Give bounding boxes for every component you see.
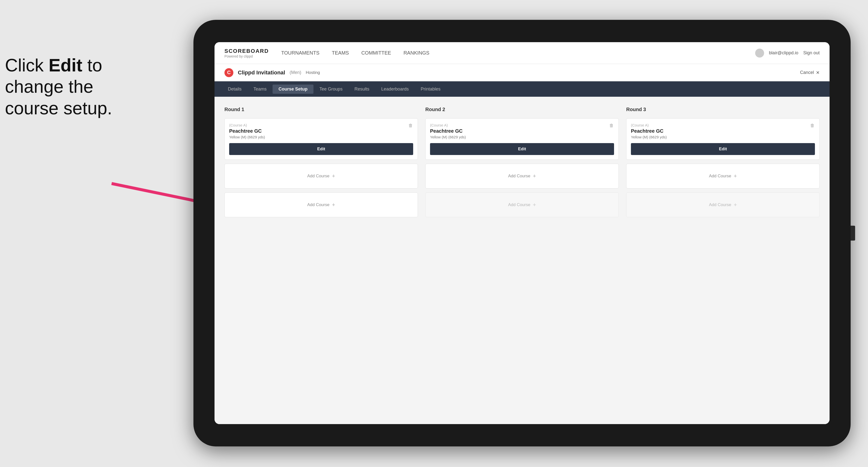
tablet-frame: SCOREBOARD Powered by clippd TOURNAMENTS… xyxy=(193,20,850,446)
plus-icon: + xyxy=(332,173,335,179)
nav-teams[interactable]: TEAMS xyxy=(332,50,349,56)
tab-bar: Details Teams Course Setup Tee Groups Re… xyxy=(215,81,830,97)
course-2-1-label: (Course A) xyxy=(430,123,614,127)
plus-icon: + xyxy=(734,201,737,208)
hosting-badge: Hosting xyxy=(306,70,320,75)
course-3-1-label: (Course A) xyxy=(631,123,815,127)
edit-course-3-1-button[interactable]: Edit xyxy=(631,143,815,155)
logo-area: SCOREBOARD Powered by clippd xyxy=(224,48,269,58)
edit-keyword: Edit xyxy=(49,55,82,75)
edit-course-2-1-button[interactable]: Edit xyxy=(430,143,614,155)
add-course-2-3-card: Add Course + xyxy=(425,192,619,217)
logo-sub: Powered by clippd xyxy=(224,54,269,58)
plus-icon: + xyxy=(734,173,737,179)
add-course-1-2-card[interactable]: Add Course + xyxy=(224,164,418,188)
tab-tee-groups[interactable]: Tee Groups xyxy=(313,85,348,94)
rounds-container: Round 1 (Course A) Peachtree GC Yellow (… xyxy=(224,107,819,217)
round-3-title: Round 3 xyxy=(626,107,819,112)
tournament-gender: (Men) xyxy=(290,70,301,75)
tab-leaderboards[interactable]: Leaderboards xyxy=(375,85,415,94)
add-course-1-3-text: Add Course + xyxy=(307,201,335,208)
app-logo: SCOREBOARD xyxy=(224,48,269,54)
tab-printables[interactable]: Printables xyxy=(415,85,446,94)
round-1-title: Round 1 xyxy=(224,107,418,112)
plus-icon: + xyxy=(332,201,335,208)
cancel-button[interactable]: Cancel ✕ xyxy=(800,70,819,75)
add-course-3-3-text: Add Course + xyxy=(709,201,737,208)
nav-rankings[interactable]: RANKINGS xyxy=(403,50,429,56)
edit-course-1-1-button[interactable]: Edit xyxy=(229,143,413,155)
tablet-screen: SCOREBOARD Powered by clippd TOURNAMENTS… xyxy=(215,42,830,424)
delete-course-2-1-icon[interactable]: 🗑 xyxy=(608,122,615,129)
round-3-column: Round 3 (Course A) Peachtree GC Yellow (… xyxy=(626,107,819,217)
course-3-1-details: Yellow (M) (6629 yds) xyxy=(631,135,815,139)
add-course-2-2-card[interactable]: Add Course + xyxy=(425,164,619,188)
nav-committee[interactable]: COMMITTEE xyxy=(361,50,391,56)
top-nav: SCOREBOARD Powered by clippd TOURNAMENTS… xyxy=(215,42,830,64)
tournament-name: Clippd Invitational xyxy=(238,69,285,76)
add-course-3-2-text: Add Course + xyxy=(709,173,737,179)
sub-header: C Clippd Invitational (Men) Hosting Canc… xyxy=(215,64,830,81)
tab-details[interactable]: Details xyxy=(222,85,248,94)
course-1-1-name: Peachtree GC xyxy=(229,128,413,134)
add-course-2-2-text: Add Course + xyxy=(508,173,536,179)
sign-out-link[interactable]: Sign out xyxy=(803,50,819,56)
round-3-course-card: (Course A) Peachtree GC Yellow (M) (6629… xyxy=(626,118,819,160)
main-content: Round 1 (Course A) Peachtree GC Yellow (… xyxy=(215,97,830,424)
round-1-course-card: (Course A) Peachtree GC Yellow (M) (6629… xyxy=(224,118,418,160)
add-course-3-2-card[interactable]: Add Course + xyxy=(626,164,819,188)
round-2-course-card: (Course A) Peachtree GC Yellow (M) (6629… xyxy=(425,118,619,160)
tab-course-setup[interactable]: Course Setup xyxy=(273,85,313,94)
delete-course-1-1-icon[interactable]: 🗑 xyxy=(407,122,414,129)
course-2-1-details: Yellow (M) (6629 yds) xyxy=(430,135,614,139)
tab-results[interactable]: Results xyxy=(348,85,375,94)
course-3-1-name: Peachtree GC xyxy=(631,128,815,134)
course-2-1-name: Peachtree GC xyxy=(430,128,614,134)
course-1-1-label: (Course A) xyxy=(229,123,413,127)
brand-icon: C xyxy=(224,68,234,77)
instruction-text: Click Edit to change the course setup. xyxy=(5,55,144,119)
nav-tournaments[interactable]: TOURNAMENTS xyxy=(281,50,319,56)
close-icon: ✕ xyxy=(816,70,819,75)
nav-links: TOURNAMENTS TEAMS COMMITTEE RANKINGS xyxy=(281,50,755,56)
course-1-1-details: Yellow (M) (6629 yds) xyxy=(229,135,413,139)
user-avatar xyxy=(755,49,764,58)
tablet-power-button xyxy=(850,226,855,241)
add-course-1-2-text: Add Course + xyxy=(307,173,335,179)
nav-user: blair@clippd.io Sign out xyxy=(755,49,819,58)
plus-icon: + xyxy=(533,201,536,208)
add-course-3-3-card: Add Course + xyxy=(626,192,819,217)
plus-icon: + xyxy=(533,173,536,179)
add-course-2-3-text: Add Course + xyxy=(508,201,536,208)
delete-course-3-1-icon[interactable]: 🗑 xyxy=(809,122,816,129)
tab-teams[interactable]: Teams xyxy=(248,85,273,94)
round-2-title: Round 2 xyxy=(425,107,619,112)
round-1-column: Round 1 (Course A) Peachtree GC Yellow (… xyxy=(224,107,418,217)
user-email: blair@clippd.io xyxy=(769,50,798,56)
add-course-1-3-card[interactable]: Add Course + xyxy=(224,192,418,217)
round-2-column: Round 2 (Course A) Peachtree GC Yellow (… xyxy=(425,107,619,217)
